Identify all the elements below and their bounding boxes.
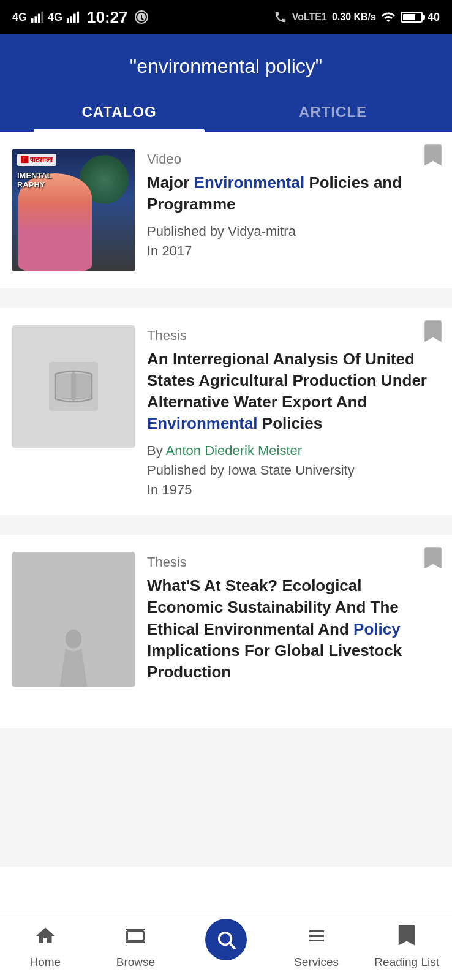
content: 🅿 पाठशाला IMENTALRAPHY Video Major Envir… [0, 132, 452, 867]
battery-level: 40 [428, 11, 440, 24]
signal-4g-2: 4G [48, 11, 62, 24]
book-svg [43, 356, 104, 417]
status-bar: 4G 4G 10:27 VoLTE1 0.30 KB/s [0, 0, 452, 34]
tab-article[interactable]: ARTICLE [226, 92, 440, 132]
card-title-3: What'S At Steak? Ecological Economic Sus… [147, 575, 440, 682]
spacer-2 [0, 525, 452, 535]
bookmark-icon-3[interactable] [424, 547, 442, 570]
phone-icon [274, 10, 287, 24]
thumbnail-3 [12, 552, 135, 687]
card-info-1: Video Major Environmental Policies and P… [147, 149, 440, 259]
thumbnail-1: 🅿 पाठशाला IMENTALRAPHY [12, 149, 135, 271]
card-info-2: Thesis An Interregional Analysis Of Unit… [147, 325, 440, 498]
person-silhouette-svg [43, 625, 104, 687]
svg-rect-3 [41, 12, 43, 23]
search-query: "environmental policy" [12, 49, 440, 92]
result-card-2[interactable]: Thesis An Interregional Analysis Of Unit… [0, 308, 452, 515]
card-title-2: An Interregional Analysis Of United Stat… [147, 349, 440, 434]
signal-4g-1: 4G [12, 11, 27, 24]
status-left: 4G 4G 10:27 [12, 8, 149, 27]
svg-rect-1 [34, 16, 37, 23]
result-card-3[interactable]: Thesis What'S At Steak? Ecological Econo… [0, 535, 452, 728]
spacer-1 [0, 298, 452, 308]
card-year-2: In 1975 [147, 482, 440, 498]
svg-rect-6 [73, 14, 76, 23]
bookmark-icon-1[interactable] [424, 144, 442, 167]
battery-icon [401, 12, 423, 23]
tabs: CATALOG ARTICLE [12, 92, 440, 132]
svg-point-10 [66, 630, 82, 649]
card-title-1: Major Environmental Policies and Program… [147, 172, 440, 215]
svg-rect-0 [31, 18, 34, 23]
card-publisher-2: Published by Iowa State University [147, 462, 440, 478]
svg-rect-4 [67, 18, 69, 23]
svg-rect-7 [77, 12, 79, 23]
data-speed: 0.30 KB/s [332, 12, 376, 23]
vol-lte: VoLTE1 [292, 12, 327, 23]
thumbnail-2 [12, 325, 135, 448]
status-right: VoLTE1 0.30 KB/s 40 [274, 10, 440, 24]
card-type-2: Thesis [147, 328, 440, 344]
svg-rect-9 [71, 373, 76, 400]
bookmark-icon-2[interactable] [424, 320, 442, 344]
alarm-icon [134, 10, 149, 24]
header: "environmental policy" CATALOG ARTICLE [0, 34, 452, 132]
signal-bars-1 [31, 10, 44, 24]
card-author-2: By Anton Diederik Meister [147, 443, 440, 459]
card-year-1: In 2017 [147, 243, 440, 259]
card-info-3: Thesis What'S At Steak? Ecological Econo… [147, 552, 440, 691]
tab-catalog[interactable]: CATALOG [12, 92, 226, 132]
card-type-1: Video [147, 151, 440, 167]
card-publisher-1: Published by Vidya-mitra [147, 224, 440, 239]
wifi-icon [381, 10, 396, 24]
card-type-3: Thesis [147, 554, 440, 570]
svg-rect-5 [70, 16, 72, 23]
signal-bars-2 [66, 10, 80, 24]
svg-rect-2 [38, 14, 40, 23]
result-card-1[interactable]: 🅿 पाठशाला IMENTALRAPHY Video Major Envir… [0, 132, 452, 288]
clock: 10:27 [87, 8, 128, 27]
